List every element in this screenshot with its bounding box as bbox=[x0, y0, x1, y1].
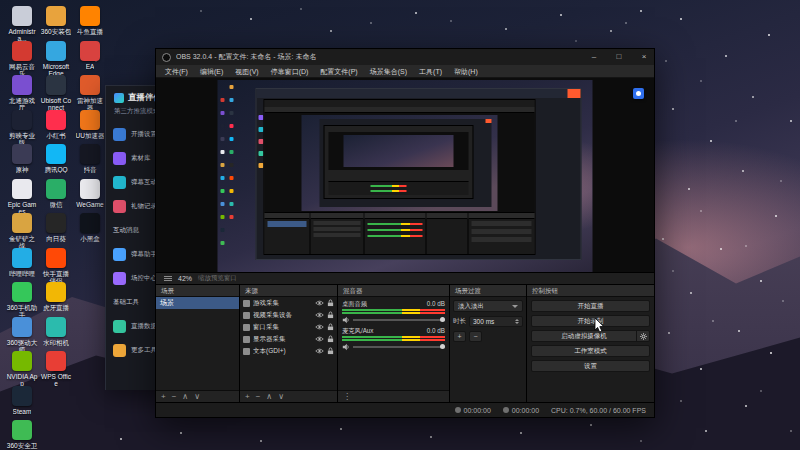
minimize-button[interactable]: – bbox=[584, 49, 604, 65]
source-list-item[interactable]: 游戏采集 bbox=[240, 297, 337, 309]
add-transition-button[interactable]: + bbox=[453, 331, 466, 342]
desktop-icon[interactable]: 雷神加速器 bbox=[74, 75, 106, 111]
capture-recursion-level2 bbox=[302, 115, 498, 211]
mixer-panel-title[interactable]: 混音器 bbox=[338, 285, 449, 297]
desktop-icon[interactable]: 向日葵 bbox=[40, 213, 72, 242]
desktop-icon[interactable]: WPS Office bbox=[40, 351, 72, 387]
menu-item[interactable]: 配置文件(P) bbox=[314, 65, 363, 78]
desktop-icon[interactable]: 哔哩哔哩 bbox=[6, 248, 38, 277]
desktop-icon[interactable]: 斗鱼直播 bbox=[74, 6, 106, 35]
scenes-toolbar-icon[interactable]: ∨ bbox=[194, 391, 200, 403]
menu-item[interactable]: 帮助(H) bbox=[448, 65, 484, 78]
preview-zoom-value[interactable]: 42% bbox=[178, 275, 192, 282]
start-recording-button[interactable]: 开始录制 bbox=[531, 315, 650, 327]
desktop-icon[interactable]: 小红书 bbox=[40, 110, 72, 139]
scenes-toolbar-icon[interactable]: ∧ bbox=[182, 391, 188, 403]
volume-slider-handle[interactable] bbox=[440, 344, 445, 349]
visibility-eye-icon[interactable] bbox=[315, 312, 324, 318]
app-icon bbox=[46, 179, 66, 199]
menu-item[interactable]: 编辑(E) bbox=[194, 65, 229, 78]
desktop-icon[interactable]: 360手机助手 bbox=[6, 282, 38, 318]
visibility-eye-icon[interactable] bbox=[315, 336, 324, 342]
controls-panel-title[interactable]: 控制按钮 bbox=[527, 285, 654, 297]
floating-widget[interactable] bbox=[633, 88, 644, 99]
lock-icon[interactable] bbox=[327, 311, 334, 319]
desktop-icon[interactable]: Administra... bbox=[6, 6, 38, 42]
lock-icon[interactable] bbox=[327, 323, 334, 331]
menu-item[interactable]: 工具(T) bbox=[413, 65, 448, 78]
duration-spinner[interactable] bbox=[515, 319, 519, 324]
desktop-icon[interactable]: 网易云音乐 bbox=[6, 41, 38, 77]
desktop-icon[interactable]: 虎牙直播 bbox=[40, 282, 72, 311]
source-list-item[interactable]: 文本(GDI+) bbox=[240, 345, 337, 357]
lock-icon[interactable] bbox=[327, 299, 334, 307]
desktop-icon[interactable]: Steam bbox=[6, 386, 38, 415]
close-button[interactable]: × bbox=[634, 49, 654, 65]
duration-input[interactable]: 300 ms bbox=[469, 316, 523, 327]
menu-item[interactable]: 停靠窗口(D) bbox=[265, 65, 315, 78]
source-list-item[interactable]: 显示器采集 bbox=[240, 333, 337, 345]
visibility-eye-icon[interactable] bbox=[315, 300, 324, 306]
mixer-toolbar-icon[interactable]: ⋮ bbox=[343, 391, 351, 403]
sources-toolbar-icon[interactable]: − bbox=[256, 391, 261, 403]
transitions-panel: 场景过渡 淡入淡出 时长 300 ms + bbox=[450, 285, 527, 402]
volume-slider-handle[interactable] bbox=[440, 317, 445, 322]
desktop-icon[interactable]: 微信 bbox=[40, 179, 72, 208]
desktop-icon[interactable]: NVIDIA App bbox=[6, 351, 38, 387]
scenes-panel-title[interactable]: 场景 bbox=[156, 285, 239, 297]
scenes-toolbar-icon[interactable]: + bbox=[161, 391, 166, 403]
desktop-icon[interactable]: 北通游戏厅 bbox=[6, 75, 38, 111]
menu-item[interactable]: 文件(F) bbox=[159, 65, 194, 78]
menu-item[interactable]: 视图(V) bbox=[229, 65, 264, 78]
menu-item[interactable]: 场景集合(S) bbox=[364, 65, 413, 78]
maximize-button[interactable]: □ bbox=[609, 49, 629, 65]
preview-menu-icon[interactable] bbox=[164, 276, 172, 281]
companion-item-icon bbox=[113, 200, 126, 213]
desktop-icon[interactable]: 快手直播伴侣 bbox=[40, 248, 72, 284]
transition-select[interactable]: 淡入淡出 bbox=[453, 300, 523, 312]
desktop-icon[interactable]: 剪映专业版 bbox=[6, 110, 38, 146]
studio-mode-button[interactable]: 工作室模式 bbox=[531, 345, 650, 357]
sources-toolbar-icon[interactable]: ∧ bbox=[266, 391, 272, 403]
desktop-icon[interactable]: EA bbox=[74, 41, 106, 70]
desktop-icon[interactable]: 360安装包 bbox=[40, 6, 72, 35]
sources-panel-title[interactable]: 来源 bbox=[240, 285, 337, 297]
desktop-icon[interactable]: 腾讯QQ bbox=[40, 144, 72, 173]
virtual-camera-gear-icon[interactable] bbox=[636, 331, 649, 341]
screen-capture-source[interactable] bbox=[218, 80, 593, 272]
lock-icon[interactable] bbox=[327, 335, 334, 343]
obs-preview[interactable] bbox=[156, 78, 654, 272]
visibility-eye-icon[interactable] bbox=[315, 324, 324, 330]
desktop-icon[interactable]: 金铲铲之战 bbox=[6, 213, 38, 249]
source-list-item[interactable]: 视频采集设备 bbox=[240, 309, 337, 321]
desktop-icon[interactable]: 360安全卫士 bbox=[6, 420, 38, 450]
desktop-icon[interactable]: UU加速器 bbox=[74, 110, 106, 139]
visibility-eye-icon[interactable] bbox=[315, 348, 324, 354]
desktop-icon[interactable]: 水印相机 bbox=[40, 317, 72, 346]
sources-toolbar-icon[interactable]: + bbox=[245, 391, 250, 403]
source-list-item[interactable]: 窗口采集 bbox=[240, 321, 337, 333]
lock-icon[interactable] bbox=[327, 347, 334, 355]
desktop-icon[interactable]: 小黑盒 bbox=[74, 213, 106, 242]
desktop-icon[interactable]: Ubisoft Connect bbox=[40, 75, 72, 111]
transitions-panel-title[interactable]: 场景过渡 bbox=[450, 285, 526, 297]
app-icon-label: 向日葵 bbox=[46, 235, 66, 242]
start-virtual-camera-button[interactable]: 启动虚拟摄像机 bbox=[531, 330, 650, 342]
desktop-icon[interactable]: 原神 bbox=[6, 144, 38, 173]
sources-toolbar-icon[interactable]: ∨ bbox=[278, 391, 284, 403]
start-streaming-button[interactable]: 开始直播 bbox=[531, 300, 650, 312]
desktop-icon[interactable]: 360驱动大师 bbox=[6, 317, 38, 353]
desktop-icon[interactable]: 抖音 bbox=[74, 144, 106, 173]
desktop-icon[interactable]: Microsoft Edge bbox=[40, 41, 72, 77]
volume-slider[interactable] bbox=[353, 319, 445, 321]
desktop-icon[interactable]: Epic Games bbox=[6, 179, 38, 215]
settings-button[interactable]: 设置 bbox=[531, 360, 650, 372]
volume-slider[interactable] bbox=[353, 346, 445, 348]
obs-titlebar[interactable]: OBS 32.0.4 - 配置文件: 未命名 - 场景: 未命名 – □ × bbox=[156, 49, 654, 65]
desktop-icon[interactable]: WeGame bbox=[74, 179, 106, 208]
remove-transition-button[interactable]: − bbox=[469, 331, 482, 342]
scenes-toolbar-icon[interactable]: − bbox=[172, 391, 177, 403]
speaker-icon[interactable] bbox=[342, 316, 350, 324]
scene-list-item[interactable]: 场景 bbox=[156, 297, 239, 309]
speaker-icon[interactable] bbox=[342, 343, 350, 351]
